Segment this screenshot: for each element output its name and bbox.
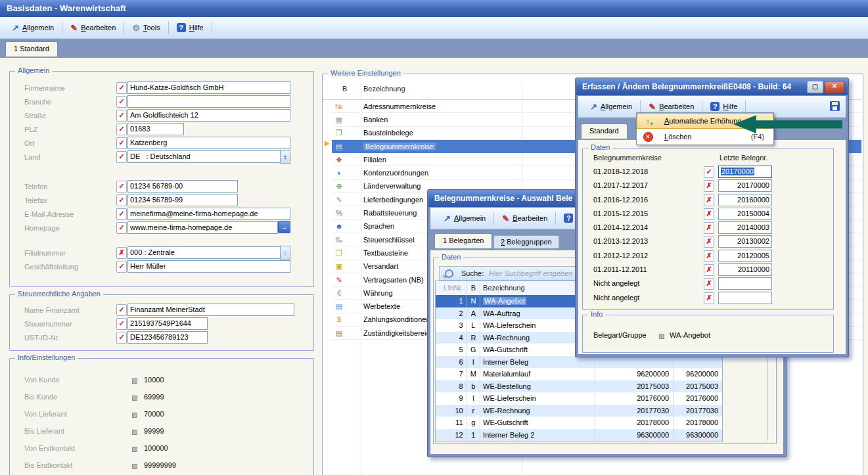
cross-icon[interactable]: [704, 264, 714, 276]
text-input[interactable]: www.meine-firma-homepage.de: [127, 221, 278, 234]
cross-icon[interactable]: [116, 247, 127, 259]
allgemein-fields: Firmenname Hund-Katze-Goldfisch GmbH ▲▼ …: [10, 81, 312, 273]
belegnr-input[interactable]: 20130002: [718, 235, 772, 248]
cell-lfdnr: 4: [436, 332, 467, 344]
toolbar-button[interactable]: ↗ Allgemein: [583, 96, 639, 117]
check-icon[interactable]: [704, 166, 714, 178]
grid-row[interactable]: 6 I Interner Beleg: [436, 356, 722, 369]
list-item-label: Adressnummernkreise: [363, 102, 436, 110]
globe-icon: ⊕: [334, 181, 344, 191]
period-label: 01.2016-12.2016: [593, 196, 648, 204]
toolbar-button[interactable]: ? Hilfe: [170, 17, 210, 38]
text-input[interactable]: Finanzamt MeinerStadt: [127, 304, 294, 316]
check-icon[interactable]: [116, 110, 127, 122]
spinner-control[interactable]: ▲▼: [280, 246, 290, 260]
cross-icon[interactable]: [704, 250, 714, 262]
close-window-icon[interactable]: ×: [825, 81, 844, 93]
toolbar-button[interactable]: ↗ Allgemein: [437, 208, 492, 229]
check-icon[interactable]: [116, 304, 127, 316]
toolbar-button[interactable]: ✎ Bearbeiten: [64, 17, 122, 38]
cross-icon[interactable]: [704, 236, 714, 248]
check-icon[interactable]: [116, 124, 127, 135]
check-icon[interactable]: [116, 194, 127, 206]
belegnr-input[interactable]: 20170000: [718, 166, 772, 178]
document-number-ranges-icon: ▤: [334, 142, 344, 151]
restore-window-icon[interactable]: ▢: [807, 81, 823, 93]
cell-number1: 20176000: [595, 392, 674, 405]
grid-row[interactable]: 8 b WE-Bestellung 20175003 20175003: [436, 380, 722, 393]
text-input[interactable]: [127, 95, 290, 108]
check-icon[interactable]: [116, 96, 127, 108]
cell-b: g: [467, 417, 480, 429]
spinner-down-icon[interactable]: ▼: [284, 157, 287, 160]
belegnr-input[interactable]: 20170000: [718, 179, 772, 192]
text-input[interactable]: Hund-Katze-Goldfisch GmbH: [127, 81, 290, 94]
main-titlebar[interactable]: Basisdaten - Warenwirtschaft: [0, 0, 868, 17]
tab-standard-topwin[interactable]: Standard: [581, 124, 628, 139]
check-icon[interactable]: [116, 151, 127, 163]
field-label: Branche: [24, 98, 51, 106]
spinner-down-icon[interactable]: ▼: [284, 253, 287, 256]
grid-row[interactable]: 7 M Materialumlauf 96200000 96200000: [436, 368, 722, 380]
belegnr-input[interactable]: 20160000: [718, 194, 772, 206]
grid-row[interactable]: 9 l WE-Lieferschein 20176000 20176000: [436, 392, 722, 405]
check-icon[interactable]: [116, 208, 127, 220]
tab-standard[interactable]: 1 Standard: [5, 41, 58, 57]
check-icon[interactable]: [116, 137, 127, 149]
text-input[interactable]: 01234 56789-99: [127, 194, 238, 206]
tab-beleggruppen[interactable]: 2 Beleggruppen: [493, 235, 559, 248]
text-input[interactable]: Herr Müller: [127, 260, 290, 273]
search-input[interactable]: Hier Suchbegriff eingeben: [489, 269, 572, 277]
cell-bezeichnung-text: Materialumlauf: [483, 370, 530, 378]
cell-number1: 20175003: [595, 380, 674, 393]
cross-icon[interactable]: [704, 292, 714, 304]
text-input[interactable]: Am Goldfischteich 12: [127, 109, 290, 122]
grid-row[interactable]: 11 g WE-Gutschrift 20178000 20178000: [436, 417, 722, 429]
belegnr-value: 20110000: [738, 265, 769, 273]
text-input[interactable]: 01234 56789-00: [127, 180, 238, 192]
belegnr-input[interactable]: 20150004: [718, 208, 772, 220]
text-input[interactable]: DE : Deutschland: [127, 150, 281, 163]
topwin-titlebar[interactable]: Erfassen / Ändern BelegnummernkreißE0408…: [576, 79, 848, 95]
spinner-control[interactable]: ▲▼: [280, 150, 290, 164]
toolbar-button[interactable]: ✎ Bearbeiten: [495, 208, 554, 229]
text-input[interactable]: Katzenberg: [127, 137, 290, 149]
text-input[interactable]: 2151937549P1644: [127, 317, 208, 330]
text-input[interactable]: 01683: [127, 123, 184, 135]
belegnr-input[interactable]: 20110000: [718, 263, 772, 276]
grid-header-b[interactable]: B: [467, 281, 480, 295]
belegnr-input[interactable]: [718, 292, 772, 304]
grid-header-lfdnr[interactable]: LfdNr.: [436, 281, 467, 295]
grid-row[interactable]: 12 1 Interner Beleg 2 96300000 96300000: [436, 429, 722, 441]
cell-lfdnr: 5: [436, 344, 467, 356]
selected-row-marker-icon: ►: [323, 139, 331, 148]
address-number-ranges-icon: №: [334, 102, 344, 111]
cross-icon[interactable]: [704, 278, 714, 290]
cell-b: r: [467, 405, 480, 417]
cross-icon[interactable]: [704, 208, 714, 220]
check-icon[interactable]: [116, 318, 127, 330]
check-icon[interactable]: [116, 222, 127, 234]
text-input[interactable]: DE123456789123: [127, 331, 208, 344]
check-icon[interactable]: [116, 82, 127, 94]
check-icon[interactable]: [116, 261, 127, 273]
text-input[interactable]: meinefirma@meine-firma-homepage.de: [127, 208, 290, 220]
open-link-icon[interactable]: →: [278, 221, 290, 233]
tab-belegarten[interactable]: 1 Belegarten: [434, 233, 492, 248]
grid-row[interactable]: 10 r WE-Rechnung 20177030 20177030: [436, 405, 722, 417]
cross-icon[interactable]: [704, 180, 714, 192]
check-icon[interactable]: [116, 332, 127, 344]
belegnr-input[interactable]: 20120005: [718, 250, 772, 262]
cross-icon[interactable]: [704, 222, 714, 234]
external-arrow-icon: ↗: [590, 102, 597, 111]
discount-control-icon: %: [334, 208, 344, 217]
belegnr-input[interactable]: [718, 277, 772, 290]
save-icon[interactable]: [830, 101, 840, 111]
belegnr-input[interactable]: 20140003: [718, 221, 772, 234]
text-input[interactable]: 000 : Zentrale: [127, 246, 281, 259]
cross-icon[interactable]: [704, 194, 714, 206]
toolbar-button[interactable]: ⚙ Tools: [126, 17, 166, 38]
cell-number1: 20177030: [595, 405, 674, 417]
toolbar-button[interactable]: ↗ Allgemein: [5, 17, 60, 38]
check-icon[interactable]: [116, 181, 127, 192]
